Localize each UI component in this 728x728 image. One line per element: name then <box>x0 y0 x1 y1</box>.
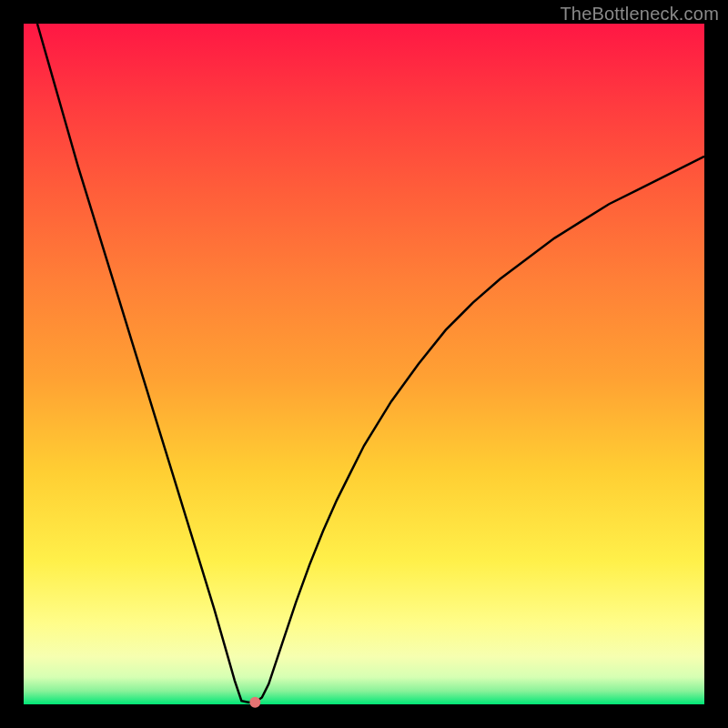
chart-plot-area <box>24 24 704 704</box>
optimal-point-marker <box>249 697 260 708</box>
bottleneck-curve <box>37 24 704 703</box>
chart-frame: TheBottleneck.com <box>0 0 728 728</box>
chart-svg <box>24 24 704 704</box>
watermark-text: TheBottleneck.com <box>560 4 719 25</box>
